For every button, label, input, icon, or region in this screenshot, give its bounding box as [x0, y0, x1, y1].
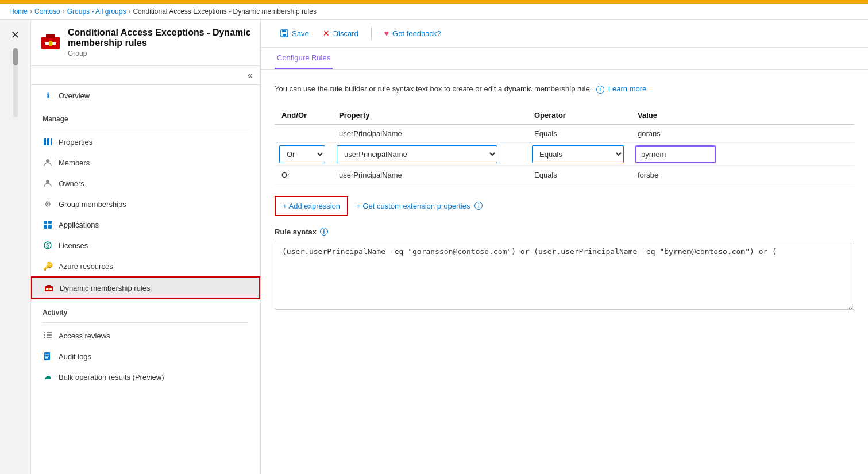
properties-icon	[43, 137, 53, 147]
table-row: Or userPrincipalName Equals forsbe	[275, 165, 854, 184]
rule-syntax-section: Rule syntax i (user.userPrincipalName -e…	[275, 228, 854, 311]
sidebar-item-members[interactable]: Members	[31, 152, 260, 173]
activity-divider	[43, 322, 249, 323]
svg-rect-11	[44, 225, 47, 229]
cloud-icon	[43, 372, 53, 382]
svg-text:$: $	[46, 242, 49, 249]
page-header-title: Conditional Access Exceptions - Dynamic …	[68, 28, 251, 48]
info-icon-custom[interactable]: i	[474, 202, 483, 210]
svg-rect-18	[48, 288, 50, 290]
col-operator-header: Operator	[527, 106, 631, 125]
sidebar-item-overview[interactable]: ℹ Overview	[31, 85, 260, 106]
breadcrumb-contoso[interactable]: Contoso	[34, 7, 60, 16]
sidebar-item-label-applications: Applications	[59, 221, 99, 229]
sidebar-item-access-reviews[interactable]: Access reviews	[31, 325, 260, 346]
svg-rect-31	[283, 34, 286, 36]
table-row: userPrincipalName Equals gorans	[275, 124, 854, 142]
col-andor-header: And/Or	[275, 106, 332, 125]
svg-rect-16	[47, 285, 51, 287]
sidebar-item-label-members: Members	[59, 159, 90, 167]
andor-select[interactable]: Or And	[279, 145, 325, 163]
sidebar-item-label-dynamic-membership-rules: Dynamic membership rules	[60, 284, 151, 292]
sidebar-collapse-area: «	[31, 66, 260, 85]
heart-icon: ♥	[384, 29, 389, 38]
sidebar-item-owners[interactable]: Owners	[31, 173, 260, 194]
tab-configure-rules[interactable]: Configure Rules	[275, 48, 333, 69]
breadcrumb-groups[interactable]: Groups - All groups	[67, 7, 126, 16]
svg-point-8	[46, 180, 49, 183]
operator-select[interactable]: Equals Not Equals Contains Starts With	[532, 145, 624, 163]
svg-rect-28	[45, 357, 48, 359]
sidebar-item-properties[interactable]: Properties	[31, 132, 260, 152]
toolbar: Save ✕ Discard ♥ Got feedback?	[261, 20, 868, 48]
scroll-track[interactable]	[13, 48, 18, 117]
svg-rect-24	[47, 337, 52, 338]
svg-rect-9	[44, 221, 47, 224]
svg-rect-27	[45, 356, 49, 357]
activity-section-label: Activity	[31, 299, 260, 320]
breadcrumb-home[interactable]: Home	[9, 7, 28, 16]
get-custom-extension-button[interactable]: + Get custom extension properties i	[350, 198, 488, 214]
rule-syntax-label: Rule syntax i	[275, 228, 854, 236]
doc-icon	[43, 351, 53, 361]
page-header-icon	[40, 32, 61, 53]
svg-point-7	[46, 159, 49, 163]
discard-button[interactable]: ✕ Discard	[317, 25, 364, 41]
rule-table: And/Or Property Operator Value userPrinc…	[275, 106, 854, 184]
sidebar-item-label-owners: Owners	[59, 179, 84, 188]
value-input[interactable]	[635, 145, 716, 163]
sidebar-item-audit-logs[interactable]: Audit logs	[31, 346, 260, 367]
sidebar-item-licenses[interactable]: $ Licenses	[31, 235, 260, 256]
sidebar-item-label-bulk-operation: Bulk operation results (Preview)	[59, 373, 164, 381]
sidebar-collapse-button[interactable]: «	[245, 70, 254, 81]
svg-rect-5	[47, 138, 49, 145]
svg-rect-26	[45, 354, 49, 355]
col-property-header: Property	[332, 106, 527, 125]
add-expression-button[interactable]: + Add expression	[277, 198, 346, 214]
row1-operator: Equals	[527, 124, 631, 142]
table-row-edit: Or And userPrincipalName displayName mai…	[275, 142, 854, 165]
page-header-subtitle: Group	[68, 49, 251, 57]
sidebar-item-applications[interactable]: Applications	[31, 214, 260, 235]
sidebar-item-label-licenses: Licenses	[59, 241, 88, 250]
sidebar-item-group-memberships[interactable]: ⚙ Group memberships	[31, 194, 260, 214]
info-icon-text[interactable]: i	[596, 86, 604, 94]
row2-property-cell: userPrincipalName displayName mail depar…	[332, 142, 527, 165]
svg-rect-21	[44, 337, 45, 338]
app-layout: ✕ Conditional Access Exceptions - Dynami…	[0, 20, 868, 474]
sidebar-item-label-properties: Properties	[59, 138, 92, 147]
svg-rect-10	[48, 221, 52, 224]
svg-rect-1	[46, 34, 55, 38]
svg-rect-22	[47, 332, 52, 333]
svg-rect-4	[44, 138, 46, 145]
property-select[interactable]: userPrincipalName displayName mail depar…	[337, 145, 497, 163]
save-icon	[280, 29, 288, 37]
rule-syntax-textarea[interactable]: (user.userPrincipalName -eq "goransson@c…	[275, 241, 854, 310]
svg-rect-6	[51, 138, 52, 145]
row3-value: forsbe	[631, 165, 854, 184]
rule-syntax-info-icon[interactable]: i	[320, 228, 328, 236]
sidebar-item-dynamic-membership-rules[interactable]: Dynamic membership rules	[31, 276, 260, 299]
discard-icon: ✕	[323, 29, 330, 38]
manage-section-label: Manage	[31, 106, 260, 126]
sidebar-item-bulk-operation[interactable]: Bulk operation results (Preview)	[31, 367, 260, 387]
close-button[interactable]: ✕	[6, 26, 24, 44]
breadcrumb: Home › Contoso › Groups - All groups › C…	[0, 2, 868, 20]
row2-value-cell	[631, 142, 854, 165]
sidebar-item-label-audit-logs: Audit logs	[59, 352, 91, 361]
learn-more-link[interactable]: Learn more	[608, 84, 646, 93]
row2-operator-cell: Equals Not Equals Contains Starts With	[527, 142, 631, 165]
row1-value: gorans	[631, 124, 854, 142]
row3-operator: Equals	[527, 165, 631, 184]
sidebar-item-label-azure-resources: Azure resources	[59, 262, 113, 271]
license-icon: $	[43, 240, 53, 251]
sidebar: Conditional Access Exceptions - Dynamic …	[31, 20, 261, 474]
svg-rect-23	[47, 334, 52, 336]
row3-property: userPrincipalName	[332, 165, 527, 184]
overview-icon: ℹ	[43, 90, 53, 101]
owners-icon	[43, 178, 53, 188]
sidebar-item-azure-resources[interactable]: 🔑 Azure resources	[31, 256, 260, 276]
feedback-button[interactable]: ♥ Got feedback?	[379, 25, 447, 41]
save-button[interactable]: Save	[275, 26, 315, 41]
list-icon	[43, 330, 53, 341]
